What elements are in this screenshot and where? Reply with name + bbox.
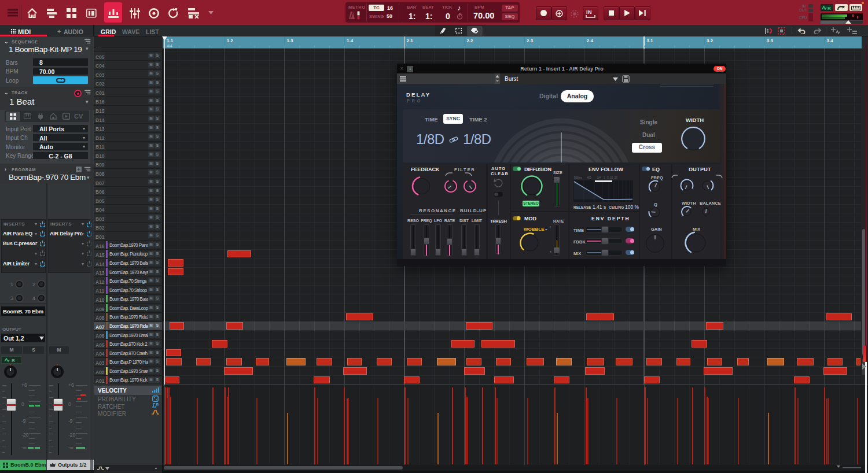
svg-text:R: R xyxy=(12,358,15,362)
svg-text:R: R xyxy=(827,6,831,10)
